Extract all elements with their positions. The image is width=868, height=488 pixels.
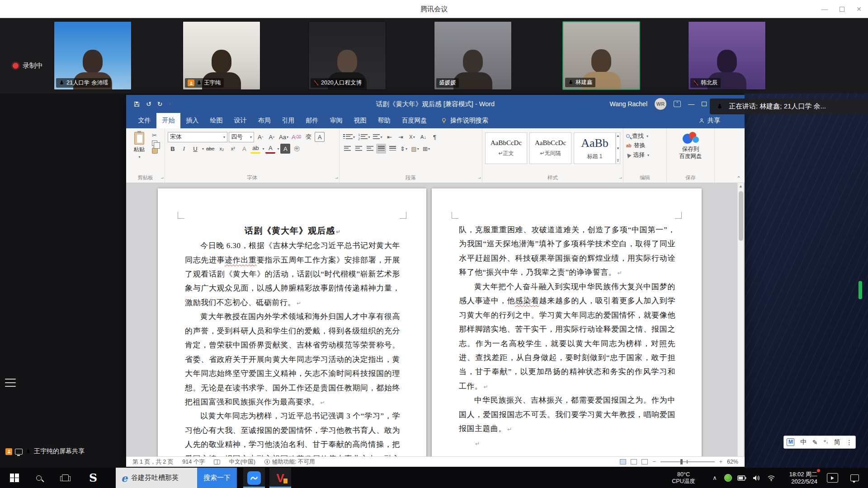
align-right-button[interactable] [365, 144, 375, 154]
underline-options-icon[interactable]: ▾ [202, 147, 204, 151]
phonetic-guide-button[interactable]: 变 [303, 132, 313, 142]
enclose-characters-button[interactable]: ㊥ [292, 144, 302, 154]
styles-gallery-scroll[interactable]: ▲▼⊽ [616, 132, 620, 164]
strikethrough-button[interactable]: abe [205, 144, 215, 154]
tab-layout[interactable]: 布局 [252, 113, 276, 128]
word-minimize-icon[interactable]: — [688, 100, 694, 108]
ime-pen-icon[interactable]: ✎ [812, 439, 818, 446]
copy-icon[interactable] [152, 141, 157, 146]
subscript-button[interactable]: x₂ [217, 144, 226, 154]
bullets-button[interactable]: ▾ [342, 132, 356, 142]
align-center-button[interactable] [354, 144, 363, 154]
italic-button[interactable]: I [179, 144, 189, 154]
zoom-level[interactable]: 62% [727, 459, 738, 465]
ime-more-icon[interactable]: ⋮ [846, 439, 853, 446]
style-normal[interactable]: AaBbCcDc ↵正文 [485, 132, 527, 164]
style-no-spacing[interactable]: AaBbCcDc ↵无间隔 [529, 132, 571, 164]
tab-design[interactable]: 设计 [228, 113, 252, 128]
numbering-button[interactable]: 12▾ [357, 132, 371, 142]
language-indicator[interactable]: 中文(中国) [229, 458, 255, 466]
network-tray-icon[interactable] [764, 468, 778, 488]
tab-draw[interactable]: 绘图 [204, 113, 228, 128]
document-page-1[interactable]: 话剧《黄大年》观后感↵今日晚 6.30，根据《吉林大学纪念习近平总书记对黄大年同… [158, 188, 426, 456]
shrink-font-button[interactable]: A˅ [267, 132, 277, 142]
action-center-button[interactable] [844, 468, 864, 488]
grow-font-button[interactable]: A^ [255, 132, 265, 142]
bold-button[interactable]: B [168, 144, 178, 154]
tell-me-search[interactable]: 操作说明搜索 [441, 113, 488, 128]
tab-insert[interactable]: 插入 [180, 113, 204, 128]
word-restore-icon[interactable] [702, 102, 707, 106]
word-count[interactable]: 914 个字 [182, 458, 204, 466]
page-indicator[interactable]: 第 1 页，共 2 页 [132, 458, 173, 466]
tab-help[interactable]: 帮助 [372, 113, 396, 128]
sort-button[interactable]: A↓ [419, 132, 429, 142]
video-tile[interactable]: 盛媛媛 [434, 21, 512, 90]
annotation-scrollbar[interactable] [859, 281, 862, 299]
cpu-temperature-widget[interactable]: 80°C CPU温度 [661, 468, 706, 488]
ime-punct-mode[interactable]: °· [824, 439, 828, 446]
tab-home[interactable]: 开始 [156, 113, 180, 128]
decrease-indent-button[interactable]: ⇤ [385, 132, 395, 142]
character-border-button[interactable]: A [315, 132, 325, 142]
collapse-ribbon-icon[interactable]: ⌃ [736, 175, 741, 182]
user-avatar[interactable]: WR [655, 98, 666, 110]
tencent-meeting-taskbar-app[interactable] [243, 468, 265, 488]
document-canvas[interactable]: 话剧《黄大年》观后感↵今日晚 6.30，根据《吉林大学纪念习近平总书记对黄大年同… [126, 183, 745, 456]
select-button[interactable]: 选择▾ [626, 151, 664, 159]
sogou-pinned-app[interactable]: S [82, 468, 104, 488]
close-icon[interactable]: ✕ [856, 5, 862, 13]
video-tile[interactable]: 21人口学 余沛瑶 [54, 21, 132, 90]
justify-button[interactable] [376, 144, 386, 154]
paste-button[interactable]: 粘贴 ▾ [129, 132, 150, 159]
news-search-button[interactable]: 搜索一下 [197, 468, 237, 488]
font-dialog-launcher-icon[interactable]: ⌐ [335, 176, 338, 181]
tab-view[interactable]: 视图 [348, 113, 372, 128]
taskbar-search-button[interactable] [28, 468, 50, 488]
font-name-combo[interactable]: 宋体▾ [168, 132, 227, 142]
clear-formatting-button[interactable]: A⌫ [291, 132, 302, 142]
highlight-color-button[interactable]: ab [250, 144, 260, 154]
zoom-out-icon[interactable]: − [652, 459, 656, 465]
shading-button[interactable]: ▨▾ [410, 144, 420, 154]
video-tile-active-speaker[interactable]: 林建鑫 [562, 21, 640, 90]
vertical-scrollbar[interactable]: ▲ [737, 183, 744, 456]
ime-lang-mode[interactable]: 中 [800, 438, 807, 446]
clipboard-dialog-launcher-icon[interactable]: ⌐ [160, 176, 163, 181]
tab-references[interactable]: 引用 [276, 113, 300, 128]
distribute-button[interactable] [387, 144, 397, 154]
font-color-button[interactable]: A [265, 144, 275, 154]
news-search-widget[interactable]: e 谷建芬吐槽那英 搜索一下 [116, 468, 237, 488]
document-page-2[interactable]: 队，克服重重困难、攻破道道难关，创造了多项“中国第一”，为我国“巡天探地潜海”填… [432, 188, 702, 456]
signed-in-user[interactable]: Wang Rachel [609, 100, 647, 108]
style-heading1[interactable]: AaBb 标题 1 [574, 132, 616, 164]
read-mode-view-icon[interactable] [642, 459, 648, 465]
media-popup-button[interactable] [823, 468, 842, 488]
change-case-button[interactable]: Aa▾ [278, 132, 289, 142]
save-to-netdisk-button[interactable]: 保存到百度网盘 [679, 132, 702, 160]
volume-tray-icon[interactable] [750, 468, 763, 488]
proofing-icon[interactable] [214, 460, 220, 465]
ime-simplified-mode[interactable]: 简 [834, 438, 840, 446]
qat-customize-icon[interactable]: ▾ [169, 102, 170, 106]
redo-icon[interactable]: ↻ [157, 100, 163, 108]
zoom-slider[interactable] [660, 461, 715, 462]
tray-expand-button[interactable]: ∧ [709, 468, 721, 488]
news-headline[interactable]: e 谷建芬吐槽那英 [116, 468, 197, 488]
scroll-up-icon[interactable]: ▲ [616, 134, 620, 138]
replace-button[interactable]: ab替换 [626, 141, 664, 150]
print-layout-view-icon[interactable] [620, 459, 626, 465]
gallery-expand-icon[interactable]: ⊽ [617, 159, 619, 163]
underline-button[interactable]: U [190, 144, 200, 154]
paragraph-dialog-launcher-icon[interactable]: ⌐ [478, 176, 481, 181]
asian-layout-button[interactable]: X▾ [407, 132, 417, 142]
scroll-up-icon[interactable]: ▲ [738, 183, 744, 188]
show-hide-marks-button[interactable]: ¶ [430, 132, 440, 142]
task-view-button[interactable] [54, 468, 76, 488]
line-spacing-button[interactable]: ⇕▾ [399, 144, 409, 154]
ime-logo-icon[interactable]: M [787, 438, 794, 446]
styles-dialog-launcher-icon[interactable]: ⌐ [619, 176, 622, 181]
font-size-combo[interactable]: 四号▾ [229, 132, 254, 142]
undo-icon[interactable]: ↺ [146, 100, 151, 108]
video-tile[interactable]: 王宇纯 [183, 21, 260, 90]
